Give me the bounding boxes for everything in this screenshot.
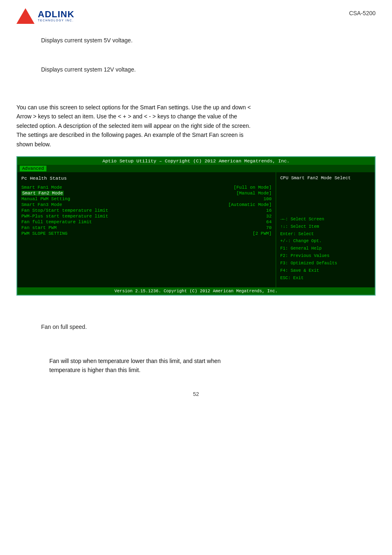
bios-main-panel: Pc Health Status Smart Fan1 Mode[Full on… <box>17 172 276 287</box>
bios-row: Smart Fan2 Mode[Manual Mode] <box>21 191 272 196</box>
bios-row-value: [2 PWM] <box>253 231 272 236</box>
bios-row-label: Smart Fan2 Mode <box>21 191 64 196</box>
note-fan-full-speed: Fan on full speed. <box>41 323 351 331</box>
page-header: ADLINK TECHNOLOGY INC. CSA-5200 <box>16 8 376 24</box>
bios-help-key-item: ↑↓: Select Item <box>280 223 371 231</box>
bios-tab-advanced: Advanced <box>20 166 46 171</box>
bios-help-key-item: →←: Select Screen <box>280 216 371 223</box>
logo-main-text: ADLINK <box>38 10 74 19</box>
bios-tab-bar: Advanced <box>17 165 375 172</box>
bios-row: Smart Fan3 Mode[Automatic Mode] <box>21 202 272 207</box>
bios-row-label: Fan start PWM <box>21 225 57 230</box>
description-text: You can use this screen to select option… <box>16 104 251 148</box>
bios-row-label: Smart Fan1 Mode <box>21 185 62 190</box>
text-12v: Displays current system 12V voltage. <box>41 65 351 74</box>
bios-row: PWM SLOPE SETTING[2 PWM] <box>21 231 272 236</box>
note-temperature-text: Fan will stop when temperature lower tha… <box>49 358 221 373</box>
bios-header: Aptio Setup Utility – Copyright (C) 2012… <box>17 157 375 165</box>
text-5v: Displays current system 5V voltage. <box>41 36 351 45</box>
bios-help-key-item: F1: General Help <box>280 245 371 252</box>
bios-row-value: 16 <box>266 208 272 213</box>
bios-row-label: PWM SLOPE SETTING <box>21 231 67 236</box>
doc-title: CSA-5200 <box>349 10 376 16</box>
note-temperature-limit: Fan will stop when temperature lower tha… <box>49 357 343 375</box>
bios-help-key-item: +/-: Change Opt. <box>280 238 371 245</box>
bios-row-label: Fan Stop/Start temperature limit <box>21 208 108 213</box>
bios-row: Fan full temperature limit64 <box>21 220 272 224</box>
bios-help-key-item: Enter: Select <box>280 231 371 238</box>
bios-help-keys: →←: Select Screen↑↓: Select ItemEnter: S… <box>280 216 371 282</box>
bios-help-key-item: F3: Optimized Defaults <box>280 260 371 267</box>
bios-row-label: PWM-Plus start temperature limit <box>21 214 108 219</box>
smart-fan-description: You can use this screen to select option… <box>16 103 376 149</box>
bios-body: Pc Health Status Smart Fan1 Mode[Full on… <box>17 172 375 287</box>
page-number: 52 <box>16 391 376 397</box>
logo-icon <box>16 8 35 24</box>
bios-rows: Smart Fan1 Mode[Full on Mode]Smart Fan2 … <box>21 185 272 236</box>
logo-sub-text: TECHNOLOGY INC. <box>38 19 74 22</box>
bios-row: Fan Stop/Start temperature limit16 <box>21 208 272 213</box>
logo-text-block: ADLINK TECHNOLOGY INC. <box>38 10 74 22</box>
bios-sidebar: CPU Smart Fan2 Mode Select →←: Select Sc… <box>276 172 375 287</box>
logo: ADLINK TECHNOLOGY INC. <box>16 8 74 24</box>
bios-row: PWM-Plus start temperature limit32 <box>21 214 272 219</box>
bios-row-value: [Automatic Mode] <box>228 202 272 207</box>
bios-row-value: [Manual Mode] <box>236 191 272 196</box>
bios-row-value: 64 <box>266 220 272 224</box>
bios-row: Fan start PWM70 <box>21 225 272 230</box>
bios-help-title: CPU Smart Fan2 Mode Select <box>280 176 371 180</box>
bios-row-value: 32 <box>266 214 272 219</box>
bios-row-label: Fan full temperature limit <box>21 220 92 224</box>
bios-row-value: 70 <box>266 225 272 230</box>
bios-row: Smart Fan1 Mode[Full on Mode] <box>21 185 272 190</box>
bios-row-value: 100 <box>263 197 272 201</box>
bios-section-title: Pc Health Status <box>21 176 272 181</box>
bios-row-value: [Full on Mode] <box>234 185 272 190</box>
bios-footer: Version 2.15.1236. Copyright (C) 2012 Am… <box>17 287 375 295</box>
bios-help-key-item: F4: Save & Exit <box>280 267 371 275</box>
bios-row: Manual PWM Setting100 <box>21 197 272 201</box>
bios-row-label: Smart Fan3 Mode <box>21 202 62 207</box>
bios-help-key-item: ESC: Exit <box>280 275 371 282</box>
bios-help-key-item: F2: Previous Values <box>280 252 371 260</box>
bios-screen: Aptio Setup Utility – Copyright (C) 2012… <box>16 156 376 296</box>
bios-row-label: Manual PWM Setting <box>21 197 70 201</box>
